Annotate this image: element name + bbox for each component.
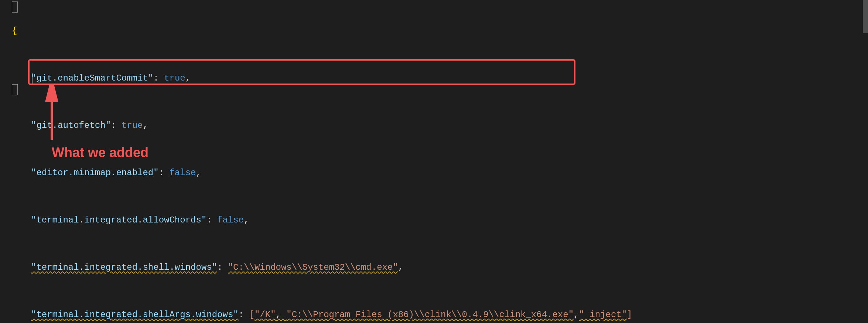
annotation-arrow — [44, 84, 59, 143]
code-line-highlighted[interactable]: "terminal.integrated.shellArgs.windows":… — [12, 309, 863, 321]
code-line[interactable]: "terminal.integrated.allowChords": false… — [12, 214, 863, 226]
code-line-highlighted[interactable]: "terminal.integrated.shell.windows": "C:… — [12, 262, 863, 273]
scrollbar-thumb[interactable] — [863, 0, 868, 33]
open-brace: { — [12, 26, 17, 36]
vertical-scrollbar[interactable] — [863, 0, 868, 323]
annotation-label: What we added — [52, 145, 148, 160]
code-line[interactable]: "git.autofetch": true, — [12, 120, 863, 132]
code-editor[interactable]: { "git.enableSmartCommit": true, "git.au… — [0, 0, 868, 323]
code-content[interactable]: { "git.enableSmartCommit": true, "git.au… — [12, 0, 863, 323]
annotation-highlight-box — [28, 59, 575, 85]
code-line[interactable]: "editor.minimap.enabled": false, — [12, 167, 863, 179]
